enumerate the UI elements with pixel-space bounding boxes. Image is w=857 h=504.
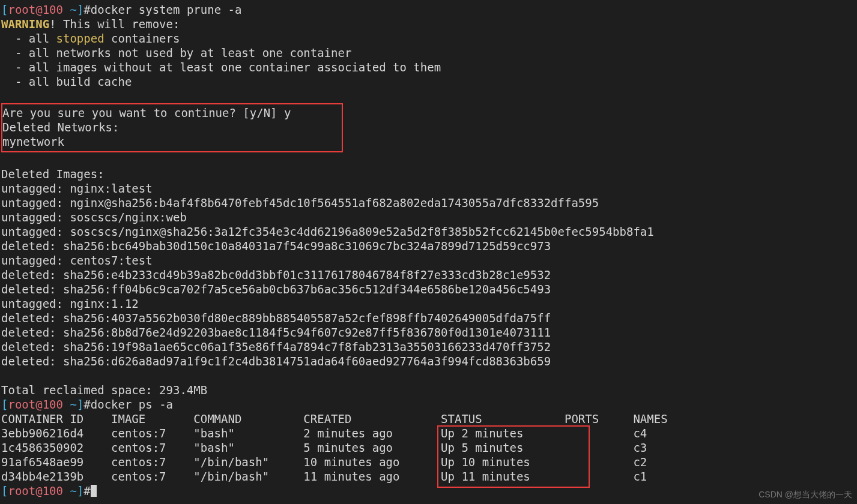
deleted-image-line: untagged: soscscs/nginx:web [1,211,187,224]
command-text: docker ps -a [91,398,173,411]
stopped-rest: containers [104,32,180,45]
prompt-line-1: [root@100 ~]#docker system prune -a [1,3,241,16]
deleted-image-line: untagged: nginx:1.12 [1,297,139,310]
terminal-output[interactable]: [root@100 ~]#docker system prune -a WARN… [0,0,857,500]
deleted-image-line: untagged: nginx@sha256:b4af4f8b6470febf4… [1,196,599,209]
deleted-image-line: deleted: sha256:ff04b6c9ca702f7a5ce56ab0… [1,283,551,296]
prompt-line-2: [root@100 ~]#docker ps -a [1,398,173,411]
deleted-networks-header: Deleted Networks: [2,121,119,134]
remove-item: - all build cache [1,75,132,88]
deleted-image-line: deleted: sha256:d626a8ad97a1f9c1f2c4db38… [1,355,551,368]
ps-table: CONTAINER ID IMAGE COMMAND CREATED STATU… [1,412,702,483]
deleted-image-line: deleted: sha256:bc649bab30d150c10a84031a… [1,239,551,253]
prompt-user: root@100 [8,3,63,16]
warning-label: WARNING [1,17,49,31]
confirm-prompt: Are you sure you want to continue? [y/N]… [2,106,291,119]
command-text: docker system prune -a [91,3,242,16]
warning-rest: ! This will remove: [49,17,180,31]
deleted-image-line: untagged: centos7:test [1,254,153,267]
deleted-image-line: untagged: nginx:latest [1,182,153,195]
bracket-close: ] [77,3,83,16]
deleted-image-line: deleted: sha256:4037a5562b030fd80ec889bb… [1,311,551,325]
deleted-network-name: mynetwork [2,135,64,148]
deleted-image-line: deleted: sha256:8b8d76e24d92203bae8c1184… [1,326,551,339]
deleted-image-line: deleted: sha256:19f98a1ae65cc06a1f35e86f… [1,340,551,353]
bracket-open: [ [1,3,8,16]
prompt-hash: # [83,3,90,16]
deleted-image-line: deleted: sha256:e4b233cd49b39a82bc0dd3bb… [1,268,551,281]
total-reclaimed: Total reclaimed space: 293.4MB [1,383,207,397]
prompt-tilde: ~ [70,3,76,16]
watermark-text: CSDN @想当大佬的一天 [759,487,852,502]
deleted-image-line: untagged: soscscs/nginx@sha256:3a12fc354… [1,225,654,238]
stopped-highlight: stopped [56,32,104,45]
cursor-icon[interactable] [91,485,97,497]
remove-item: - all images without at least one contai… [1,61,441,74]
confirm-highlight-box: Are you sure you want to continue? [y/N]… [1,103,343,152]
remove-item: - all networks not used by at least one … [1,46,351,59]
remove-item: - all [1,32,56,45]
deleted-images-header: Deleted Images: [1,167,104,181]
prompt-line-3: [root@100 ~]# [1,484,97,497]
